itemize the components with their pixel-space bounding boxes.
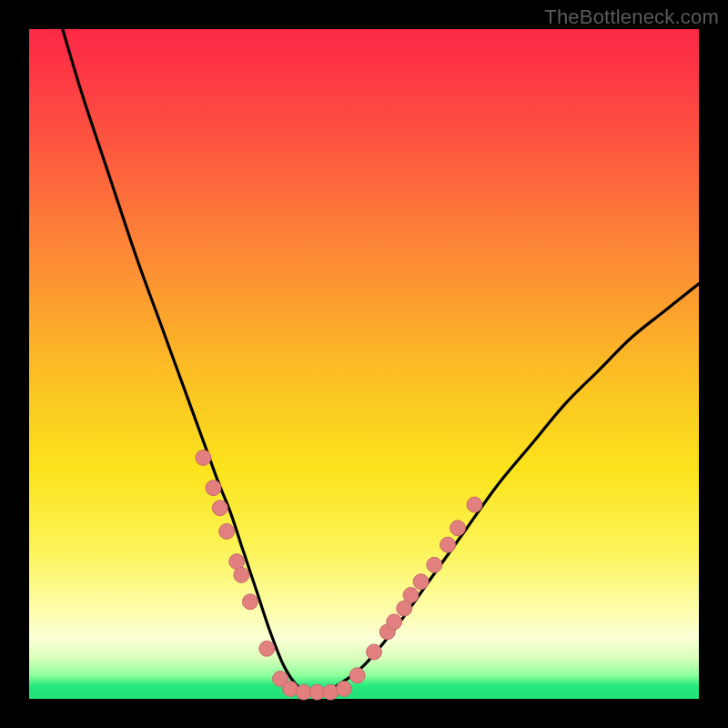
data-marker bbox=[450, 521, 466, 536]
data-marker bbox=[413, 574, 429, 590]
data-marker bbox=[440, 537, 456, 552]
plot-area bbox=[29, 29, 699, 699]
data-marker bbox=[367, 644, 382, 660]
data-marker bbox=[349, 668, 365, 683]
chart-overlay bbox=[29, 29, 699, 699]
data-marker bbox=[336, 682, 351, 697]
data-marker bbox=[427, 557, 442, 572]
data-marker bbox=[242, 594, 258, 610]
data-marker bbox=[387, 614, 402, 630]
data-marker bbox=[206, 480, 221, 496]
data-marker bbox=[323, 684, 339, 700]
data-marker bbox=[212, 500, 228, 516]
watermark-text: TheBottleneck.com bbox=[544, 5, 719, 29]
data-marker bbox=[403, 587, 419, 602]
data-marker bbox=[259, 641, 275, 656]
data-marker bbox=[283, 682, 298, 697]
bottleneck-curve bbox=[63, 29, 699, 693]
data-marker bbox=[219, 524, 235, 540]
data-marker bbox=[196, 450, 211, 466]
chart-stage: TheBottleneck.com bbox=[0, 0, 728, 728]
data-marker bbox=[467, 497, 482, 512]
data-marker bbox=[234, 567, 249, 582]
data-markers bbox=[196, 450, 482, 701]
